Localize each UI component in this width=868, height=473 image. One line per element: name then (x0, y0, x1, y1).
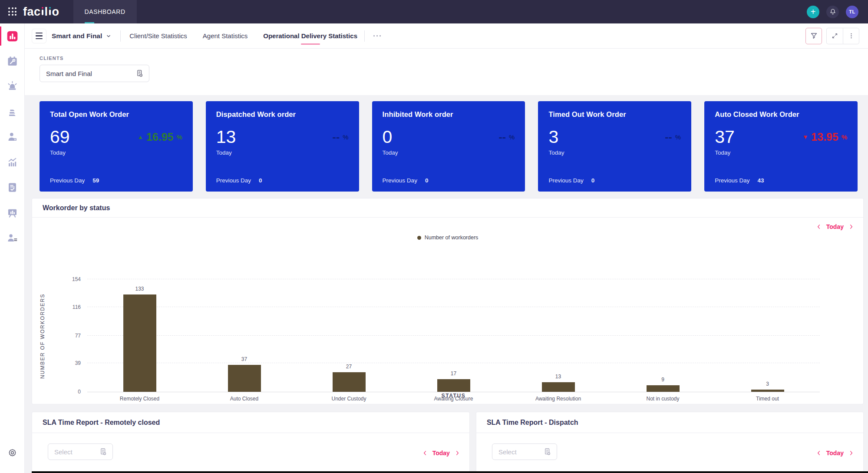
filter-funnel-icon (810, 32, 818, 40)
previous-range-button[interactable] (815, 223, 822, 230)
kpi-value: 69 (50, 128, 70, 146)
more-tabs-icon[interactable] (373, 35, 381, 37)
sla-select[interactable]: Select (492, 443, 557, 460)
chevron-left-icon (815, 223, 822, 230)
kpi-previous-label: Previous Day (548, 177, 583, 184)
bar-value-label: 13 (555, 374, 561, 380)
main-content: Smart and Final Client/Site Statistics A… (25, 23, 868, 473)
sidebar-item-sites[interactable] (0, 99, 25, 124)
bar-awaiting-resolution[interactable] (542, 382, 575, 392)
bar-remotely-closed[interactable] (123, 294, 156, 392)
tab-dashboard[interactable]: DASHBOARD (73, 0, 137, 23)
add-button[interactable]: + (807, 6, 819, 18)
sla-range-nav: Today (815, 450, 855, 456)
siren-icon (7, 81, 18, 93)
sidebar-item-reports[interactable] (0, 200, 25, 225)
facilio-logo[interactable]: faclo (23, 5, 59, 19)
sla-remotely-closed-card: SLA Time Report - Remotely closed Select (32, 412, 470, 473)
bar-chart-icon (7, 30, 18, 42)
tab-dashboard-label: DASHBOARD (85, 8, 125, 15)
sla-reports-row: SLA Time Report - Remotely closed Select (32, 412, 864, 473)
panel-menu-button[interactable] (843, 28, 859, 44)
sidebar-item-clients[interactable] (0, 225, 25, 250)
kpi-title: Inhibited Work order (383, 110, 515, 119)
kpi-value: 3 (548, 128, 558, 146)
divider (120, 30, 121, 42)
bar-awaiting-closure[interactable] (437, 379, 470, 392)
filter-button[interactable] (805, 28, 822, 44)
clients-select[interactable]: Smart and Final (40, 65, 149, 82)
x-axis-label: STATUS (87, 393, 820, 399)
kpi-inhibited-work-order[interactable]: Inhibited Work order 0 -- % Today Previo… (372, 101, 525, 192)
kpi-change: -- % (495, 131, 515, 143)
chevron-right-icon (848, 223, 855, 230)
chevron-right-icon (454, 450, 461, 456)
person-icon (7, 131, 18, 143)
kpi-total-open-work-order[interactable]: Total Open Work Order 69 ▲ 16.95 % Today… (40, 101, 193, 192)
settings-button[interactable] (0, 440, 25, 465)
clients-select-value: Smart and Final (46, 70, 135, 77)
next-range-button[interactable] (848, 450, 855, 456)
next-range-button[interactable] (848, 223, 855, 230)
bar-auto-closed[interactable] (228, 365, 261, 392)
previous-range-button[interactable] (815, 450, 822, 456)
chart-legend[interactable]: Number of workorders (32, 235, 863, 241)
top-navbar: faclo DASHBOARD + TL (0, 0, 868, 23)
bar-not-in-custody[interactable] (647, 385, 680, 392)
sidebar-item-alarms[interactable] (0, 74, 25, 99)
workorder-by-status-card: Workorder by status Today Number of work… (32, 198, 864, 404)
kpi-auto-closed-work-order[interactable]: Auto Closed Work Order 37 ▼ 13.95 % Toda… (704, 101, 858, 192)
kpi-period: Today (50, 149, 182, 156)
tab-client-site-statistics[interactable]: Client/Site Statistics (129, 30, 187, 42)
dashboard-selector[interactable]: Smart and Final (52, 32, 112, 40)
sla-select[interactable]: Select (48, 443, 113, 460)
bar-timed-out[interactable] (751, 390, 784, 392)
kpi-period: Today (216, 149, 349, 156)
notifications-button[interactable] (826, 6, 839, 18)
chevron-left-icon (815, 450, 822, 456)
kpi-timed-out-work-order[interactable]: Timed Out Work Order 3 -- % Today Previo… (538, 101, 691, 192)
sla-select-placeholder: Select (498, 448, 543, 456)
chart-title: Workorder by status (32, 198, 863, 218)
sidebar-item-inspections[interactable] (0, 175, 25, 200)
sidebar-item-agents[interactable] (0, 124, 25, 149)
bar-column: 17Awaiting Closure (401, 280, 506, 392)
chevron-down-icon (106, 33, 112, 39)
chevron-right-icon (848, 450, 855, 456)
range-label[interactable]: Today (826, 450, 844, 456)
kpi-title: Auto Closed Work Order (715, 110, 847, 119)
tab-agent-statistics[interactable]: Agent Statistics (203, 30, 248, 42)
bar-under-custody[interactable] (333, 372, 366, 392)
sidebar-item-dashboards[interactable] (0, 23, 25, 49)
divider (364, 30, 365, 42)
bar-value-label: 3 (766, 381, 769, 387)
app-grid-icon[interactable] (8, 7, 17, 16)
sla-dispatch-card: SLA Time Report - Dispatch Select Tod (476, 412, 864, 473)
kpi-previous-label: Previous Day (715, 177, 749, 184)
sidebar-item-maintenance[interactable] (0, 49, 25, 74)
bar-value-label: 27 (346, 364, 352, 370)
list-select-icon (99, 447, 107, 456)
kpi-period: Today (715, 149, 847, 156)
sidebar-item-analytics[interactable] (0, 149, 25, 175)
dashboard-list-button[interactable] (32, 29, 46, 43)
kpi-previous-value: 0 (591, 177, 595, 184)
kpi-change: -- % (662, 131, 681, 143)
bar-column: 3Timed out (715, 280, 820, 392)
tab-operational-delivery-statistics[interactable]: Operational Delivery Statistics (263, 30, 357, 42)
range-label[interactable]: Today (826, 223, 844, 230)
y-axis-label: NUMBER OF WORKORDERS (38, 281, 47, 391)
bar-value-label: 9 (661, 377, 664, 383)
range-label[interactable]: Today (432, 450, 450, 456)
previous-range-button[interactable] (422, 450, 429, 456)
kpi-change: ▼ 13.95 % (802, 131, 847, 143)
kpi-value: 0 (383, 128, 393, 146)
expand-button[interactable] (826, 28, 843, 44)
sla-range-nav: Today (422, 450, 461, 456)
sla-select-placeholder: Select (54, 448, 99, 456)
next-range-button[interactable] (454, 450, 461, 456)
kpi-title: Total Open Work Order (50, 110, 182, 119)
user-avatar[interactable]: TL (846, 6, 858, 18)
kpi-dispatched-work-order[interactable]: Dispatched Work order 13 -- % Today Prev… (206, 101, 359, 192)
expand-icon (831, 32, 838, 40)
